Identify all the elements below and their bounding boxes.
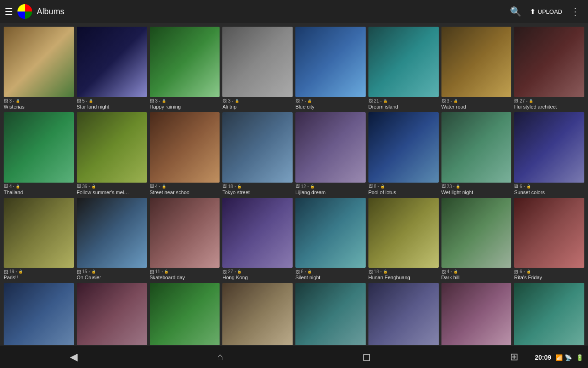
album-name: Silent night [295,275,366,280]
album-item[interactable]: 🖼6•🔒Sunset colors [514,112,584,195]
dot-separator: • [234,270,236,274]
album-info: 🖼11•🔒 [150,269,220,274]
album-item[interactable]: 🖼3•🔒Ali trip [222,27,293,109]
album-item[interactable] [368,283,439,345]
album-item[interactable]: 🖼27•🔒Hui styled architect [514,27,584,109]
image-icon: 🖼 [368,98,373,103]
lock-icon: 🔒 [453,99,458,103]
dot-separator: • [89,184,90,189]
album-item[interactable]: 🖼21•🔒Dream island [368,27,439,109]
album-count: 5 [82,98,85,104]
albums-main: 🖼3•🔒Wisterias🖼5•🔒Star land night🖼3•🔒Happ… [0,23,588,345]
album-item[interactable]: 🖼6•🔒Silent night [295,198,366,281]
signal-icon: 📡 [565,354,572,361]
album-count: 6 [301,269,304,274]
back-button[interactable]: ◀ [70,351,78,363]
recent-button[interactable]: ◻ [362,351,371,363]
album-item[interactable]: 🖼8•🔒Pool of lotus [368,112,439,195]
upload-button[interactable]: ⬆ UPLOAD [530,7,562,16]
album-info: 🖼18•🔒 [368,269,439,274]
album-name: Sunset colors [514,190,584,195]
album-item[interactable]: 🖼19•🔒Paris!! [4,198,74,281]
image-icon: 🖼 [514,98,518,103]
dot-separator: • [234,184,236,189]
album-item[interactable]: 🖼5•🔒Star land night [77,27,147,109]
album-item[interactable]: 🖼4•🔒Thailand [4,112,74,195]
album-name: Thailand [4,190,74,195]
dot-separator: • [162,270,163,274]
album-item[interactable]: 🖼23•🔒Wet light night [441,112,512,195]
album-item[interactable]: 🖼6•🔒Rita's Friday [514,198,584,281]
album-count: 6 [520,184,522,189]
album-item[interactable] [150,283,220,345]
dot-separator: • [524,270,525,274]
menu-icon[interactable]: ☰ [5,6,13,17]
album-item[interactable]: 🖼4•🔒Street near school [150,112,220,195]
dot-separator: • [307,184,309,189]
dot-separator: • [451,270,452,274]
album-item[interactable] [514,283,584,345]
album-name: Water road [441,104,512,109]
album-name: Pool of lotus [368,190,439,195]
album-info: 🖼18•🔒 [222,184,293,189]
image-icon: 🖼 [77,98,81,103]
album-item[interactable]: 🖼36•🔒Follow summer's mel… [77,112,147,195]
grid-button[interactable]: ⊞ [510,351,518,363]
album-name: Blue city [295,104,366,109]
dot-separator: • [86,99,87,103]
dot-separator: • [159,99,160,103]
album-count: 4 [9,184,12,189]
album-count: 12 [301,184,306,189]
lock-icon: 🔒 [529,99,533,103]
image-icon: 🖼 [514,270,518,274]
image-icon: 🖼 [441,270,446,274]
album-item[interactable] [441,283,512,345]
album-item[interactable]: 🖼15•🔒On Crusier [77,198,147,281]
album-item[interactable]: 🖼18•🔒Hunan Fenghuang [368,198,439,281]
lock-icon: 🔒 [164,270,169,274]
app-logo [17,4,32,19]
dot-separator: • [451,99,452,103]
album-name: Star land night [77,104,147,109]
lock-icon: 🔒 [91,270,96,274]
lock-icon: 🔒 [310,184,315,189]
album-name: Street near school [150,190,220,195]
album-info: 🖼3•🔒 [222,98,293,104]
album-item[interactable]: 🖼7•🔒Blue city [295,27,366,109]
image-icon: 🖼 [295,270,300,274]
album-info: 🖼6•🔒 [295,269,366,274]
album-info: 🖼4•🔒 [441,269,512,274]
album-name: Wet light night [441,190,512,195]
album-name: On Crusier [77,275,147,280]
album-item[interactable] [4,283,74,345]
home-button[interactable]: ⌂ [217,351,223,363]
wifi-icon: 📶 [555,354,563,361]
album-item[interactable]: 🖼3•🔒Wisterias [4,27,74,109]
image-icon: 🖼 [4,184,8,189]
bottom-navigation: ◀ ⌂ ◻ ⊞ 20:09 📶 📡 🔋 [0,345,588,368]
dot-separator: • [380,99,382,103]
search-icon[interactable]: 🔍 [506,6,525,17]
image-icon: 🖼 [150,184,154,189]
album-item[interactable] [77,283,147,345]
album-item[interactable]: 🖼4•🔒Dark hill [441,198,512,281]
album-item[interactable]: 🖼3•🔒Water road [441,27,512,109]
album-item[interactable]: 🖼18•🔒Tokyo street [222,112,293,195]
album-info: 🖼3•🔒 [4,98,74,104]
album-name: Skateboard day [150,275,220,280]
album-info: 🖼23•🔒 [441,184,512,189]
album-item[interactable]: 🖼3•🔒Happy raining [150,27,220,109]
album-item[interactable] [295,283,366,345]
album-item[interactable]: 🖼12•🔒Lijiang dream [295,112,366,195]
upload-icon: ⬆ [530,7,536,16]
album-item[interactable] [222,283,293,345]
album-info: 🖼27•🔒 [222,269,293,274]
dot-separator: • [378,184,379,189]
more-icon[interactable]: ⋮ [567,6,583,17]
album-item[interactable]: 🖼27•🔒Hong Kong [222,198,293,281]
album-count: 3 [447,98,450,104]
album-info: 🖼6•🔒 [514,184,584,189]
album-count: 4 [155,184,158,189]
album-name: Hui styled architect [514,104,584,109]
album-item[interactable]: 🖼11•🔒Skateboard day [150,198,220,281]
